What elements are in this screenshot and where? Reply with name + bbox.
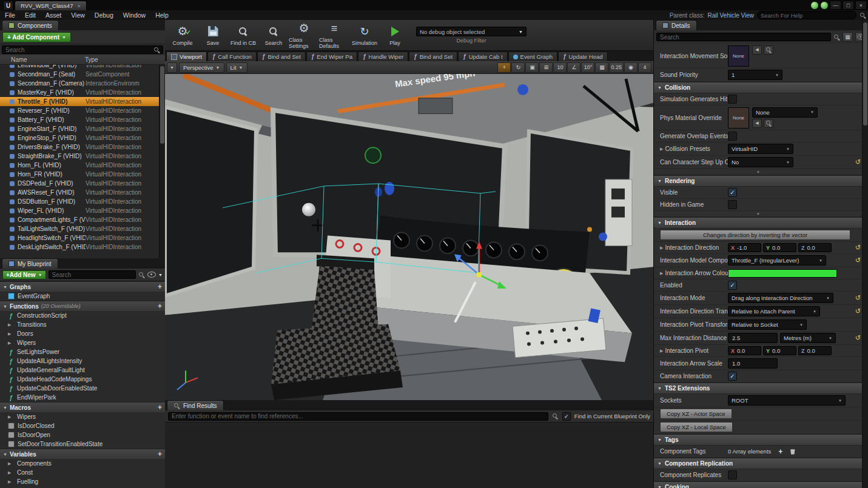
close-window-button[interactable]: × (855, 1, 867, 10)
component-row[interactable]: MasterKey_F (VHID)VirtualHIDInteraction (0, 88, 165, 97)
find-results-list[interactable] (165, 423, 653, 488)
category-header-component-replication[interactable]: ▼Component Replication (654, 458, 863, 469)
checkbox[interactable] (728, 132, 737, 141)
menu-debug[interactable]: Debug (90, 12, 118, 19)
dropdown[interactable]: 1▼ (728, 70, 782, 80)
launch-icon[interactable] (820, 1, 829, 10)
expand-advanced-strip[interactable]: ▼ (654, 211, 863, 217)
debug-object-dropdown[interactable]: No debug object selected ▼ (416, 27, 527, 36)
blueprint-item[interactable]: ▶Wipers (0, 412, 165, 421)
dropdown[interactable]: ROOT▼ (728, 395, 846, 406)
add-component-button[interactable]: + Add Component ▼ (2, 32, 71, 42)
menu-help[interactable]: Help (150, 12, 173, 19)
help-search-input[interactable] (757, 11, 856, 19)
play-button[interactable]: Play (380, 21, 410, 49)
component-row[interactable]: EngineStop_F (VHID)VirtualHIDInteraction (0, 133, 165, 142)
scale-tool-icon[interactable]: ▣ (525, 62, 539, 73)
graph-tab-bind-and-set[interactable]: ƒBind and Set (409, 52, 457, 61)
browse-icon[interactable] (764, 119, 773, 128)
details-scroll-track[interactable] (863, 20, 868, 488)
add-icon[interactable]: + (158, 403, 162, 412)
menu-view[interactable]: View (66, 12, 90, 19)
component-row[interactable]: Secondman_F (Camera)InteractionEnvironm (0, 79, 165, 88)
component-row[interactable]: Horn_FR (VHID)VirtualHIDInteraction (0, 170, 165, 179)
checkbox[interactable] (728, 200, 737, 209)
component-row[interactable]: DSDButton_F (VHID)VirtualHIDInteraction (0, 197, 165, 206)
viewport-options-button[interactable]: ▼ (167, 62, 177, 73)
reset-to-default-icon[interactable]: ↺ (855, 294, 861, 302)
category-header-tags[interactable]: ▼Tags (654, 434, 863, 446)
dropdown[interactable]: No▼ (728, 157, 793, 167)
component-row[interactable]: StraightBrake_F (VHID)VirtualHIDInteract… (0, 152, 165, 161)
components-search-input[interactable] (2, 45, 163, 54)
scale-snap-value[interactable]: 0.25 (609, 62, 624, 73)
component-row[interactable]: TailLightSwitch_F (VHID)VirtualHIDIntera… (0, 224, 165, 233)
delete-icon[interactable] (790, 449, 795, 455)
details-search-input[interactable] (656, 33, 831, 41)
blueprint-item[interactable]: ƒUpdateGeneralFaultLight (0, 366, 165, 375)
chevron-right-icon[interactable]: ▶ (660, 271, 663, 276)
grid-snap-icon[interactable]: ⊞ (539, 62, 553, 73)
view-options-eye-icon[interactable] (147, 272, 156, 278)
save-button[interactable]: Save (198, 21, 228, 49)
axis-x-field[interactable]: X-1.0 (728, 243, 761, 252)
section-header-macros[interactable]: ▼Macros+ (0, 402, 165, 412)
viewport-3d[interactable]: Max speed 95 mph (165, 74, 653, 400)
dropdown[interactable]: Relative to Attach Parent▼ (728, 306, 820, 316)
viewport-scene[interactable]: Max speed 95 mph (165, 74, 653, 400)
use-selected-icon[interactable]: ◀ (752, 119, 762, 128)
tab-details[interactable]: Details (656, 20, 697, 30)
dropdown[interactable]: Drag along Interaction Direction▼ (728, 293, 833, 303)
component-row[interactable]: Battery_F (VHID)VirtualHIDInteraction (0, 115, 165, 124)
component-row[interactable]: Throttle_F (VHID)VirtualHIDInteraction (0, 97, 165, 106)
value-field[interactable]: 2.5 (728, 333, 778, 343)
scrollbar-thumb[interactable] (863, 22, 867, 125)
translate-tool-icon[interactable]: + (497, 62, 511, 73)
component-row[interactable]: EngineStart_F (VHID)VirtualHIDInteractio… (0, 124, 165, 133)
blueprint-item[interactable]: ƒUpdateAllLightsIntensity (0, 356, 165, 366)
blueprint-item[interactable]: ƒUpdateCabDoorEnabledState (0, 384, 165, 393)
blueprint-item[interactable]: IsDoorOpen (0, 430, 165, 440)
component-row[interactable]: LeftWindow_F (VHID)VirtualHIDInteraction (0, 65, 165, 70)
dropdown[interactable]: VirtualHID▼ (728, 144, 793, 154)
dropdown[interactable]: Metres (m)▼ (780, 333, 836, 343)
menu-asset[interactable]: Asset (41, 12, 66, 19)
reset-to-default-icon[interactable]: ↺ (855, 307, 861, 315)
category-header-cooking[interactable]: ▼Cooking (654, 481, 863, 488)
reset-to-default-icon[interactable]: ↺ (855, 244, 861, 252)
graph-tab-event-graph[interactable]: Event Graph (508, 52, 557, 61)
invert-vector-button[interactable]: Changes direction by inverting the vecto… (660, 230, 850, 240)
rotate-tool-icon[interactable]: ↻ (511, 62, 525, 73)
browse-icon[interactable] (764, 45, 773, 55)
simulation-button[interactable]: Simulation (349, 21, 380, 49)
scale-snap-icon[interactable]: ▦ (595, 62, 608, 73)
component-row[interactable]: Secondman_F (Seat)SeatComponent (0, 70, 165, 79)
checkbox[interactable] (728, 95, 737, 104)
category-header-interaction[interactable]: ▼Interaction (654, 217, 863, 229)
blueprint-item[interactable]: ▶Components (0, 459, 165, 468)
graph-tab-call-function[interactable]: ƒCall Function (207, 52, 257, 61)
axis-y-field[interactable]: Y0.0 (763, 243, 796, 252)
find-in-cb-button[interactable]: Find in CB (228, 21, 258, 49)
scrollbar-thumb[interactable] (160, 66, 164, 144)
blueprint-item[interactable]: SetDoorTransitionEnabledState (0, 440, 165, 449)
menu-window[interactable]: Window (118, 12, 150, 19)
expand-advanced-strip[interactable]: ▼ (654, 169, 863, 175)
lit-mode-dropdown[interactable]: Lit ▼ (226, 62, 247, 73)
asset-dropdown[interactable]: None▼ (752, 107, 818, 118)
category-header-rendering[interactable]: ▼Rendering (654, 175, 863, 187)
component-row[interactable]: CompartmentLights_F (VHID)VirtualHIDInte… (0, 215, 165, 224)
component-row[interactable]: AWSReset_F (VHID)VirtualHIDInteraction (0, 188, 165, 197)
axis-z-field[interactable]: Z0.0 (798, 243, 832, 252)
add-new-button[interactable]: +Add New ▼ (2, 270, 46, 279)
component-row[interactable]: Reverser_F (VHID)VirtualHIDInteraction (0, 106, 165, 115)
add-icon[interactable]: + (158, 302, 162, 310)
components-scrollbar[interactable] (159, 65, 165, 258)
graph-tab-viewport[interactable]: Viewport (166, 52, 207, 61)
asset-thumbnail[interactable]: None (728, 45, 749, 67)
column-type[interactable]: Type (85, 56, 98, 63)
checkbox[interactable] (728, 470, 737, 480)
minimize-button[interactable]: — (830, 1, 841, 10)
axis-x-field[interactable]: X0.0 (728, 346, 761, 355)
rotation-snap-icon[interactable]: ∠ (567, 62, 580, 73)
